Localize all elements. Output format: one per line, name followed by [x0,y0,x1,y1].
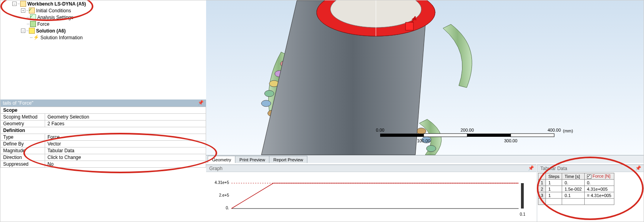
tree-connector-icon: ···· [27,22,29,26]
section-scope: Scope [1,107,206,114]
pin-icon[interactable]: 📌 [198,100,204,105]
key: Define By [1,141,45,147]
row-geometry[interactable]: Geometry 2 Faces [1,121,206,127]
table-row[interactable]: 3 1 0.1 = 4.31e+005 [538,192,614,199]
cell-force[interactable]: 0. [584,180,614,186]
row-index: 1 [538,180,546,186]
collapse-icon[interactable]: − [21,29,25,33]
value[interactable]: Click to Change [45,154,206,161]
ytick: 2.e+5 [219,193,229,197]
system-icon [20,1,26,7]
corner-cell [538,173,546,180]
tree-item-force[interactable]: ···· Force [0,21,206,27]
graph-series [231,183,519,209]
cell-steps[interactable]: 1 [546,180,562,186]
section-definition: Definition [1,127,206,134]
pin-icon[interactable]: 📌 [528,165,534,171]
graph-title: Graph [209,166,222,171]
force-icon [30,21,36,27]
details-table: Scope Scoping Method Geometry Selection … [0,107,206,168]
bolt-icon: ⚡ [33,34,39,40]
svg-rect-2 [467,134,511,137]
tree-item-root[interactable]: − ··· Workbench LS-DYNA (A5) [0,0,206,7]
key: Direction [1,154,45,161]
cell-steps[interactable]: 1 [546,192,562,199]
row-suppressed[interactable]: Suppressed No [1,161,206,168]
value[interactable]: Vector [45,141,206,147]
tree-item-initial-conditions[interactable]: + ··· Initial Conditions [0,7,206,14]
pin-icon[interactable]: 📌 [635,165,641,171]
value[interactable]: Geometry Selection [45,114,206,121]
graph-panel: Graph 📌 4.31e+5 2.e+5 0. 0.1 [206,165,536,222]
cell-force[interactable]: 4.31e+005 [584,186,614,192]
tabular-header-row: Steps Time [s] Force [N] [538,173,614,180]
geometry-viewport[interactable]: 0.00 200.00 400.00 (mm) 100.00 300.00 [206,0,644,155]
row-type[interactable]: Type Force [1,134,206,141]
cell-time[interactable]: 0.1 [562,192,584,199]
col-time[interactable]: Time [s] [562,173,584,180]
row-magnitude[interactable]: Magnitude Tabular Data [1,147,206,154]
value[interactable]: No [45,161,206,168]
tree-item-solution[interactable]: − ··· Solution (A6) [0,27,206,34]
tab-geometry[interactable]: Geometry [208,156,235,163]
ruler-tick: 300.00 [504,138,517,143]
tab-report-preview[interactable]: Report Preview [269,156,307,163]
key: Magnitude [1,147,45,154]
collapse-icon[interactable]: − [12,2,17,6]
tree-label-root: Workbench LS-DYNA (A5) [27,1,86,7]
row-scoping-method[interactable]: Scoping Method Geometry Selection [1,114,206,121]
row-direction[interactable]: Direction Click to Change [1,154,206,161]
value[interactable]: Tabular Data [45,147,206,154]
tree-label: Solution Information [40,35,83,40]
app-root: − ··· Workbench LS-DYNA (A5) + ··· Initi… [0,0,644,222]
table-row[interactable]: 2 1 1.5e-002 4.31e+005 [538,186,614,192]
table-row-empty[interactable] [538,199,614,205]
row-index: 2 [538,186,546,192]
helix-tube [443,24,472,88]
cell-force[interactable]: = 4.31e+005 [584,192,614,199]
ruler-tick: 100.00 [417,138,430,143]
graph-plot: 4.31e+5 2.e+5 0. 0.1 [206,172,536,220]
graph-body[interactable]: 4.31e+5 2.e+5 0. 0.1 [206,172,536,220]
analysis-settings-icon [30,14,36,20]
tab-print-preview[interactable]: Print Preview [235,156,269,163]
row-index: 3 [538,192,546,199]
tree-label: Force [37,21,49,27]
details-title: tails of "Force" [3,100,33,106]
tree-item-solution-info[interactable]: ···· ⚡ Solution Information [0,34,206,41]
details-header: tails of "Force" 📌 [0,100,206,107]
tree-connector-icon: ··· [17,2,19,6]
force-handle[interactable] [405,22,413,30]
tree-item-analysis-settings[interactable]: ···· Analysis Settings [0,14,206,21]
tabular-header: Tabular Data 📌 [537,165,644,172]
cell-time[interactable] [562,199,584,205]
graph-range-thumb[interactable] [521,183,524,209]
ytick: 0. [226,206,229,210]
view-tabs: Geometry Print Preview Report Preview [206,155,644,163]
tree-connector-icon: ··· [26,29,28,33]
value[interactable]: 2 Faces [45,121,206,127]
cell-steps[interactable]: 1 [546,186,562,192]
expand-icon[interactable]: + [21,8,25,13]
cell-steps[interactable] [546,199,562,205]
col-force[interactable]: Force [N] [584,173,614,180]
checkbox-icon[interactable] [587,174,591,179]
ruler-tick: 200.00 [460,128,474,132]
cell-time[interactable]: 1.5e-002 [562,186,584,192]
cell-time[interactable]: 0. [562,180,584,186]
tree-connector-icon: ···· [30,35,32,40]
key: Type [1,134,45,141]
col-steps[interactable]: Steps [546,173,562,180]
key: Scoping Method [1,114,45,121]
table-row[interactable]: 1 1 0. 0. [538,180,614,186]
tabular-data-panel: Tabular Data 📌 Steps Time [s] Force [N] … [537,165,644,222]
svg-rect-0 [380,134,424,137]
ruler-unit: (mm) [563,128,573,133]
value[interactable]: Force [45,134,206,141]
tube-end-icon [265,90,274,97]
row-define-by[interactable]: Define By Vector [1,141,206,147]
tree-connector-icon: ··· [26,8,28,13]
outline-tree: − ··· Workbench LS-DYNA (A5) + ··· Initi… [0,0,206,100]
cell-force[interactable] [584,199,614,205]
svg-rect-3 [511,134,554,137]
